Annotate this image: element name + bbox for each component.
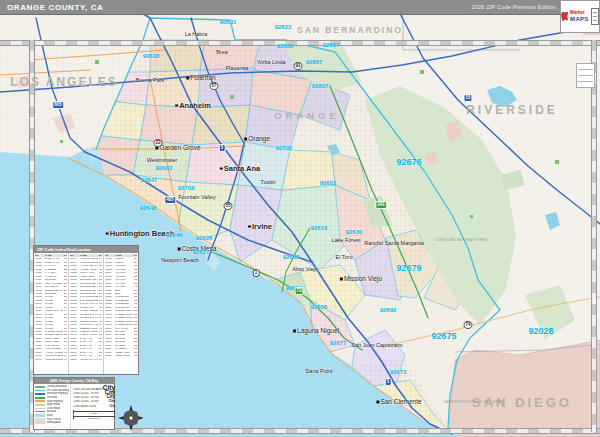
grid-ruler-right	[591, 40, 597, 432]
zip-index-row: 92708FOUNTAIN VALLEYC4	[70, 358, 102, 361]
legend-city-sizes: Cities 100,000 and AboveCityCities 50,00…	[71, 384, 117, 429]
legend-item-label: Major Road	[47, 403, 60, 406]
zip-index-row: 92647HUNTINGTON BEACHC4	[35, 358, 67, 361]
legend-swatch	[35, 386, 45, 389]
scale-bar-miles: miles	[73, 411, 115, 415]
zip-index-table: ZIPNAMEGR90620BUENA PARKC290621BUENA PAR…	[34, 253, 138, 374]
legend-item-label: Railroad	[47, 410, 57, 413]
zip-index-panel: ZIP Code Index/Grid Locator ZIPNAMEGR906…	[33, 245, 139, 375]
legend-item-label: Local Road	[47, 407, 60, 410]
zip-index-row: 92887YORBA LINDAF2	[105, 354, 137, 357]
legend-item-label: County Boundary	[47, 385, 67, 388]
legend-swatch	[35, 421, 45, 424]
legend-item: Military Area	[35, 421, 69, 425]
map-sheet: LOS ANGELESSAN BERNARDINORIVERSIDEORANGE…	[0, 0, 600, 437]
legend-panel: 2026 Orange County, CA Map County Bounda…	[33, 377, 115, 430]
map-title: ORANGE COUNTY, CA	[7, 3, 103, 12]
city-size-row: Cities Below 10,000City	[73, 405, 115, 410]
title-bar: ORANGE COUNTY, CA 2026 ZIP Code Premium …	[0, 0, 600, 15]
legend-swatch	[35, 397, 45, 399]
zip-index-column: ZIPNAMEGR92648HUNTINGTON BEACHC492649HUN…	[69, 253, 104, 374]
legend-swatch	[35, 393, 45, 395]
legend-item-label: Water	[47, 414, 54, 417]
scale-bar-km: kilometers	[73, 416, 115, 420]
legend-item-label: Toll Road	[47, 396, 58, 399]
camp-pendleton-area	[448, 340, 600, 437]
legend-swatch	[35, 414, 45, 417]
legend-swatch	[35, 411, 45, 412]
legend-item-label: ZIP Code Boundary	[47, 389, 70, 392]
logo-map-icon	[561, 12, 568, 22]
legend-item-label: Military Area	[47, 421, 61, 424]
grid-ruler-top	[0, 40, 600, 46]
logo-brand-bottom: MAPS	[570, 16, 589, 22]
publisher-logo: Market MAPS	[560, 0, 600, 33]
legend-symbol-list: County BoundaryZIP Code BoundaryIntersta…	[34, 384, 71, 429]
legend-swatch	[35, 418, 45, 421]
legend-item-label: State Highway	[47, 400, 64, 403]
legend-swatch	[35, 408, 45, 409]
zip-index-column: ZIPNAMEGR92780TUSTINE492782TUSTINE492801…	[104, 253, 138, 374]
map-note-box	[576, 63, 595, 88]
legend-swatch	[35, 390, 45, 392]
legend-item-label: Park / Forest	[47, 418, 62, 421]
legend-item-label: Interstate Highway	[47, 392, 68, 395]
zip-index-title: ZIP Code Index/Grid Locator	[34, 246, 138, 253]
compass-rose	[118, 405, 144, 431]
zip-index-column: ZIPNAMEGR90620BUENA PARKC290621BUENA PAR…	[34, 253, 69, 374]
logo-info-box	[591, 8, 599, 25]
legend-swatch	[35, 400, 45, 402]
edition-label: 2026 ZIP Code Premium Edition	[471, 4, 556, 10]
legend-swatch	[35, 404, 45, 406]
